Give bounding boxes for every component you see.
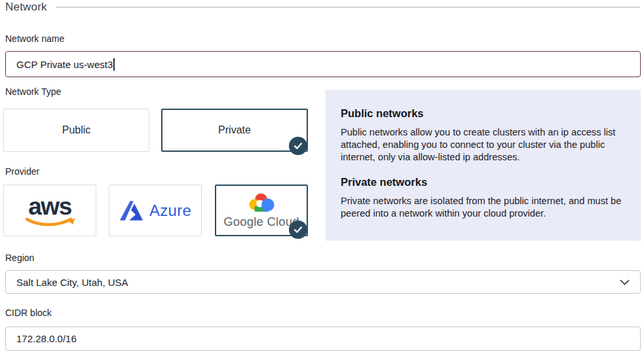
section-title: Network xyxy=(5,1,47,14)
selected-check-badge xyxy=(289,137,307,155)
google-cloud-logo-text: Google Cloud xyxy=(223,215,299,229)
provider-label: Provider xyxy=(5,166,39,177)
google-cloud-icon xyxy=(247,192,276,213)
network-name-input[interactable]: GCP Private us-west3 xyxy=(5,51,641,77)
region-selected-value: Salt Lake City, Utah, USA xyxy=(16,277,128,288)
cidr-block-input[interactable]: 172.28.0.0/16 xyxy=(5,327,641,351)
chevron-down-icon xyxy=(620,279,630,285)
text-caret xyxy=(113,58,115,71)
selected-check-badge xyxy=(289,221,307,239)
google-cloud-logo: Google Cloud xyxy=(223,192,299,229)
info-body: Public networks allow you to create clus… xyxy=(341,126,625,164)
check-icon xyxy=(294,142,303,150)
provider-option-google-cloud[interactable]: Google Cloud xyxy=(215,185,308,236)
azure-logo-icon xyxy=(119,200,143,221)
network-type-label: Network Type xyxy=(5,86,61,97)
region-label: Region xyxy=(5,253,34,263)
private-networks-info: Private networks Private networks are is… xyxy=(341,176,625,220)
network-type-option-label: Public xyxy=(62,124,91,136)
aws-logo-text: aws xyxy=(28,193,71,220)
public-networks-info: Public networks Public networks allow yo… xyxy=(341,107,625,164)
azure-logo-text: Azure xyxy=(149,202,191,220)
cidr-block-label: CIDR block xyxy=(5,308,52,318)
network-name-label: Network name xyxy=(5,33,64,44)
cidr-block-value: 172.28.0.0/16 xyxy=(16,333,77,344)
provider-option-azure[interactable]: Azure xyxy=(109,185,202,236)
network-type-option-private[interactable]: Private xyxy=(161,109,308,152)
info-heading: Private networks xyxy=(341,176,625,188)
check-icon xyxy=(294,226,303,234)
info-heading: Public networks xyxy=(341,107,625,120)
network-name-value: GCP Private us-west3 xyxy=(16,59,113,70)
network-info-panel: Public networks Public networks allow yo… xyxy=(326,90,641,241)
network-form: Network Network name GCP Private us-west… xyxy=(0,0,644,354)
provider-option-aws[interactable]: aws xyxy=(3,185,96,236)
azure-logo: Azure xyxy=(119,200,191,221)
section-header: Network xyxy=(5,1,640,14)
section-divider xyxy=(56,7,640,8)
aws-logo-icon: aws xyxy=(18,192,81,229)
region-select[interactable]: Salt Lake City, Utah, USA xyxy=(5,270,641,294)
info-body: Private networks are isolated from the p… xyxy=(341,195,625,220)
network-type-option-public[interactable]: Public xyxy=(3,109,149,152)
network-type-option-label: Private xyxy=(218,124,251,136)
